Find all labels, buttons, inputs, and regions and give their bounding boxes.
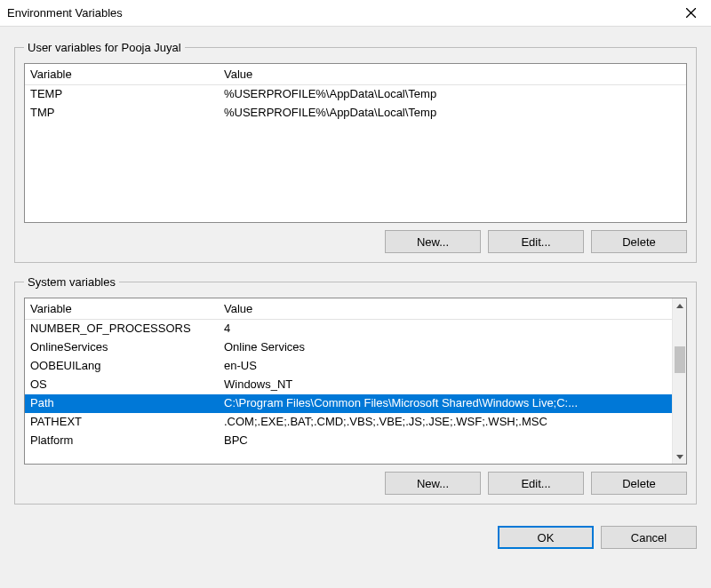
- cell-value: Windows_NT: [219, 376, 672, 394]
- system-variables-group: System variables Variable Value NUMBER_O…: [14, 275, 697, 505]
- cell-variable: OOBEUILang: [25, 357, 219, 376]
- cell-value: 4: [219, 320, 672, 338]
- user-variables-legend: User variables for Pooja Juyal: [24, 41, 185, 54]
- svg-marker-2: [676, 304, 683, 308]
- user-edit-button[interactable]: Edit...: [488, 230, 584, 253]
- vertical-scrollbar[interactable]: [672, 298, 686, 464]
- system-new-button[interactable]: New...: [385, 472, 481, 495]
- cell-value: .COM;.EXE;.BAT;.CMD;.VBS;.VBE;.JS;.JSE;.…: [219, 413, 672, 432]
- cell-variable: TMP: [25, 104, 219, 123]
- cell-value: C:\Program Files\Common Files\Microsoft …: [219, 394, 672, 413]
- cell-variable: NUMBER_OF_PROCESSORS: [25, 320, 219, 338]
- close-icon: [686, 8, 696, 18]
- column-header-variable[interactable]: Variable: [25, 64, 219, 84]
- list-row[interactable]: PathC:\Program Files\Common Files\Micros…: [25, 394, 672, 413]
- system-edit-button[interactable]: Edit...: [488, 472, 584, 495]
- list-header: Variable Value: [25, 298, 672, 320]
- scroll-track[interactable]: [673, 313, 687, 449]
- list-row[interactable]: OnlineServicesOnline Services: [25, 338, 672, 357]
- cell-value: BPC: [219, 432, 672, 450]
- cell-value: en-US: [219, 357, 672, 376]
- cell-variable: Path: [25, 394, 219, 413]
- list-header: Variable Value: [25, 64, 686, 85]
- list-row[interactable]: TEMP%USERPROFILE%\AppData\Local\Temp: [25, 85, 686, 104]
- ok-button[interactable]: OK: [498, 526, 594, 549]
- cell-variable: OS: [25, 376, 219, 394]
- list-row[interactable]: NUMBER_OF_PROCESSORS4: [25, 320, 672, 338]
- list-row[interactable]: PlatformBPC: [25, 432, 672, 450]
- system-variables-legend: System variables: [24, 275, 119, 289]
- svg-marker-3: [676, 455, 683, 459]
- cell-variable: OnlineServices: [25, 338, 219, 357]
- system-delete-button[interactable]: Delete: [591, 472, 687, 495]
- dialog-footer: OK Cancel: [0, 526, 711, 561]
- user-new-button[interactable]: New...: [385, 230, 481, 253]
- titlebar: Environment Variables: [0, 0, 711, 27]
- system-buttons: New... Edit... Delete: [24, 472, 687, 495]
- list-row[interactable]: TMP%USERPROFILE%\AppData\Local\Temp: [25, 104, 686, 123]
- column-header-value[interactable]: Value: [219, 64, 686, 84]
- cell-variable: PATHEXT: [25, 413, 219, 432]
- list-row[interactable]: PATHEXT.COM;.EXE;.BAT;.CMD;.VBS;.VBE;.JS…: [25, 413, 672, 432]
- scroll-up-icon[interactable]: [673, 298, 687, 313]
- column-header-variable[interactable]: Variable: [25, 298, 219, 319]
- user-variables-group: User variables for Pooja Juyal Variable …: [14, 41, 697, 263]
- dialog-body: User variables for Pooja Juyal Variable …: [0, 27, 711, 526]
- cell-value: %USERPROFILE%\AppData\Local\Temp: [219, 104, 686, 123]
- cell-value: %USERPROFILE%\AppData\Local\Temp: [219, 85, 686, 104]
- cell-variable: TEMP: [25, 85, 219, 104]
- scroll-thumb[interactable]: [675, 346, 685, 373]
- user-variables-list[interactable]: Variable Value TEMP%USERPROFILE%\AppData…: [24, 63, 687, 223]
- window-title: Environment Variables: [7, 6, 123, 20]
- scroll-down-icon[interactable]: [673, 449, 687, 464]
- cancel-button[interactable]: Cancel: [601, 526, 697, 549]
- column-header-value[interactable]: Value: [219, 298, 672, 319]
- close-button[interactable]: [671, 0, 711, 27]
- system-variables-list[interactable]: Variable Value NUMBER_OF_PROCESSORS4Onli…: [24, 298, 687, 465]
- user-delete-button[interactable]: Delete: [591, 230, 687, 253]
- cell-value: Online Services: [219, 338, 672, 357]
- list-row[interactable]: OOBEUILangen-US: [25, 357, 672, 376]
- list-row[interactable]: OSWindows_NT: [25, 376, 672, 394]
- cell-variable: Platform: [25, 432, 219, 450]
- user-buttons: New... Edit... Delete: [24, 230, 687, 253]
